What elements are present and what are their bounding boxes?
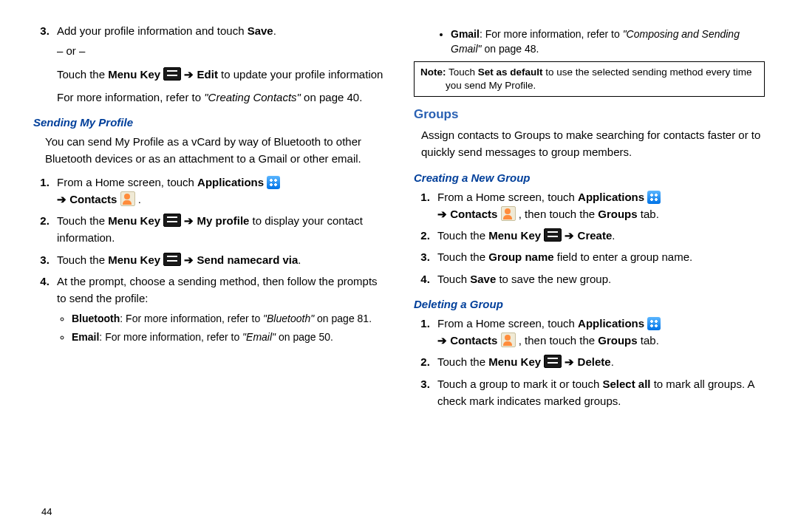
delete-step-1: From a Home screen, touch Applications ➔… (433, 315, 765, 349)
contacts-icon (120, 191, 135, 206)
method-bluetooth: Bluetooth: For more information, refer t… (72, 311, 384, 326)
or-divider: – or – (57, 42, 384, 59)
applications-icon (647, 191, 661, 204)
groups-heading: Groups (414, 107, 765, 122)
note-box: Note: Touch Set as default to use the se… (414, 61, 765, 97)
sending-profile-steps: From a Home screen, touch Applications ➔… (33, 174, 384, 344)
send-methods-list: Bluetooth: For more information, refer t… (57, 311, 384, 344)
create-step-4: Touch Save to save the new group. (433, 270, 765, 287)
delete-group-steps: From a Home screen, touch Applications ➔… (414, 315, 765, 409)
send-step-2: Touch the Menu Key ➔ My profile to displ… (52, 212, 384, 247)
right-column: Gmail: For more information, refer to "C… (414, 22, 765, 414)
create-step-3: Touch the Group name field to enter a gr… (433, 248, 765, 265)
menu-key-icon (544, 228, 562, 242)
menu-key-icon (544, 355, 562, 368)
create-group-steps: From a Home screen, touch Applications ➔… (414, 188, 765, 287)
menu-key-icon (163, 67, 181, 81)
step3c-text: For more information, refer to "Creating… (57, 89, 384, 106)
create-step-1: From a Home screen, touch Applications ➔… (433, 188, 765, 223)
menu-key-icon (163, 253, 181, 266)
profile-steps-continued: Add your profile information and touch S… (33, 22, 384, 106)
deleting-group-heading: Deleting a Group (414, 298, 765, 310)
send-step-4: At the prompt, choose a sending method, … (52, 273, 384, 344)
manual-page: Add your profile information and touch S… (0, 0, 798, 421)
step3b-text: Touch the Menu Key ➔ Edit to update your… (57, 66, 384, 83)
sending-my-profile-heading: Sending My Profile (33, 116, 384, 129)
send-step-1: From a Home screen, touch Applications ➔… (52, 174, 384, 208)
applications-icon (267, 176, 280, 189)
contacts-icon (501, 332, 516, 347)
send-methods-continued: Gmail: For more information, refer to "C… (414, 27, 765, 57)
method-gmail: Gmail: For more information, refer to "C… (451, 27, 765, 57)
send-step-3: Touch the Menu Key ➔ Send namecard via. (52, 251, 384, 268)
step-3: Add your profile information and touch S… (52, 22, 384, 106)
sending-intro: You can send My Profile as a vCard by wa… (33, 133, 384, 168)
page-number: 44 (41, 506, 52, 517)
groups-intro: Assign contacts to Groups to make search… (414, 126, 765, 161)
creating-group-heading: Creating a New Group (414, 171, 765, 184)
delete-step-2: Touch the Menu Key ➔ Delete. (433, 353, 765, 370)
menu-key-icon (163, 214, 181, 227)
contacts-icon (501, 206, 516, 221)
step3a-text: Add your profile information and touch S… (57, 24, 276, 37)
create-step-2: Touch the Menu Key ➔ Create. (433, 227, 765, 244)
delete-step-3: Touch a group to mark it or touch Select… (433, 375, 765, 410)
applications-icon (647, 317, 661, 330)
left-column: Add your profile information and touch S… (33, 22, 384, 414)
method-email: Email: For more information, refer to "E… (72, 330, 384, 344)
